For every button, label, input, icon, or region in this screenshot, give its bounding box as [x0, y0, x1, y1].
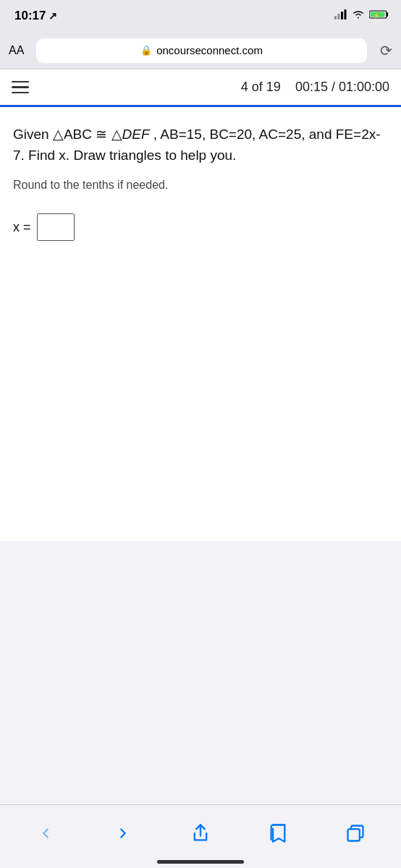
- svg-rect-3: [345, 9, 347, 20]
- url-text: oncourseconnect.com: [156, 44, 263, 56]
- svg-rect-0: [334, 16, 337, 20]
- status-icons: ⚡: [334, 9, 389, 22]
- back-button[interactable]: [27, 814, 64, 852]
- signal-icon: [334, 9, 347, 22]
- answer-row: x =: [13, 213, 388, 241]
- browser-aa-button[interactable]: AA: [9, 44, 29, 57]
- svg-rect-2: [341, 12, 343, 20]
- svg-rect-7: [347, 829, 359, 841]
- forward-button[interactable]: [104, 814, 142, 852]
- safari-bottom-bar: [0, 804, 401, 868]
- hamburger-menu-button[interactable]: [12, 81, 29, 94]
- hint-text: Round to the tenths if needed.: [13, 179, 388, 192]
- answer-label: x =: [13, 220, 31, 235]
- question-text: Given △ABC ≅ △DEF , AB=15, BC=20, AC=25,…: [13, 124, 388, 166]
- time-display: 10:17: [14, 9, 46, 23]
- battery-icon: ⚡: [369, 9, 389, 22]
- answer-input[interactable]: [37, 213, 75, 241]
- share-button[interactable]: [182, 814, 219, 852]
- progress-indicator: 4 of 19: [241, 80, 281, 95]
- bookmarks-button[interactable]: [259, 814, 297, 852]
- main-content: Given △ABC ≅ △DEF , AB=15, BC=20, AC=25,…: [0, 107, 401, 541]
- browser-bar: AA 🔒 oncourseconnect.com ⟳: [0, 32, 401, 69]
- tabs-button[interactable]: [337, 814, 374, 852]
- url-bar[interactable]: 🔒 oncourseconnect.com: [36, 38, 367, 63]
- svg-rect-1: [338, 14, 340, 20]
- timer-display: 00:15 / 01:00:00: [295, 80, 389, 95]
- status-bar: 10:17 ↗ ⚡: [0, 0, 401, 32]
- wifi-icon: [352, 9, 365, 22]
- status-time: 10:17 ↗: [14, 9, 57, 23]
- toolbar-center: 4 of 19 00:15 / 01:00:00: [241, 80, 389, 95]
- lock-icon: 🔒: [140, 45, 152, 56]
- refresh-icon[interactable]: ⟳: [380, 42, 392, 59]
- toolbar-row: 4 of 19 00:15 / 01:00:00: [0, 69, 401, 107]
- home-indicator: [157, 860, 244, 864]
- location-arrow-icon: ↗: [48, 10, 57, 22]
- svg-text:⚡: ⚡: [373, 12, 380, 19]
